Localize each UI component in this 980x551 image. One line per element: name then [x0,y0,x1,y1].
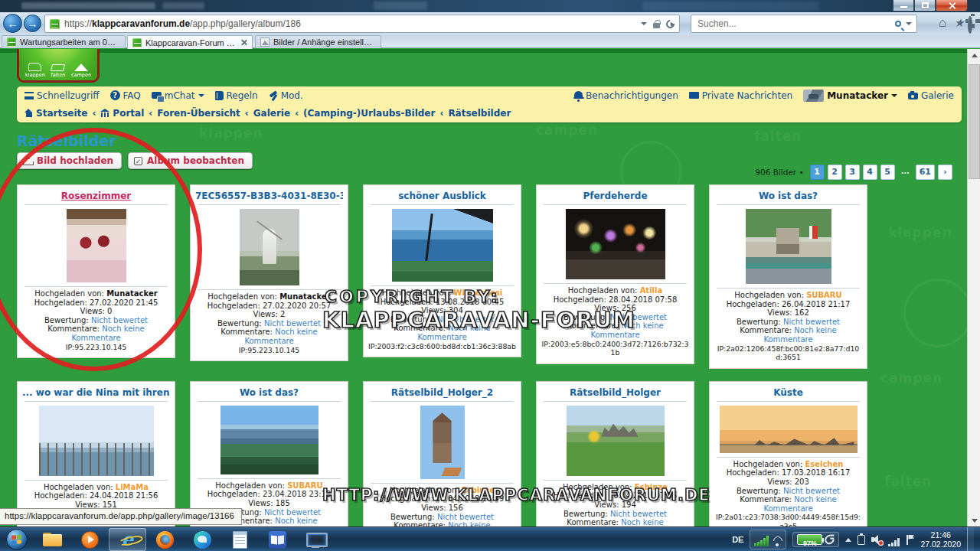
rating-link[interactable]: Nicht bewertet [264,508,321,517]
mod-link[interactable]: Mod. [269,90,303,101]
tab-wartungsarbeiten[interactable]: Wartungsarbeiten am 09.03.20... [2,35,126,48]
rules-link[interactable]: Regeln [215,90,258,101]
image-title-link[interactable]: 7EC56557-B3B3-4031-8E30-3EDD20 [195,191,343,201]
forward-button[interactable]: → [24,15,41,32]
breadcrumb-startseite[interactable]: Startseite [24,108,87,119]
page-5[interactable]: 5 [880,165,895,180]
search-input[interactable] [696,18,895,30]
image-thumbnail[interactable] [39,406,154,476]
image-thumbnail[interactable] [392,209,493,282]
network-activity-group[interactable] [750,530,786,549]
breadcrumb-urlaubs-bilder[interactable]: (Camping-)Urlaubs-Bilder [303,108,435,119]
maximize-button[interactable] [914,0,936,11]
refresh-icon[interactable] [665,18,676,29]
page-61[interactable]: 61 [916,165,935,180]
close-button[interactable] [936,0,968,11]
image-title-link[interactable]: Rätselbild_Holger_2 [368,387,516,398]
home-icon[interactable] [939,16,946,30]
image-thumbnail[interactable] [220,406,318,474]
rating-link[interactable]: Nicht bewertet [264,319,321,328]
speaker-muted-icon[interactable] [871,535,882,544]
image-thumbnail[interactable] [746,209,831,284]
uploader-link[interactable]: Atilla [640,286,663,295]
uploader-link[interactable]: SUBARU [287,481,323,490]
upload-image-button[interactable]: Bild hochladen [17,152,122,169]
tab-close-icon[interactable] [240,39,247,46]
quick-links-menu[interactable]: Schnellzugriff [24,90,100,101]
breadcrumb-galerie[interactable]: Galerie [253,108,290,119]
language-indicator[interactable]: DE [732,535,743,544]
image-title-link[interactable]: Rosenzimmer [22,191,170,201]
next-page-button[interactable]: › [938,165,952,180]
back-button[interactable]: ← [3,14,22,33]
uploader-link[interactable]: Munatacker [106,289,158,298]
watch-album-button[interactable]: Album beobachten [128,152,253,169]
taskbar-explorer-button[interactable] [34,528,71,551]
minimize-button[interactable] [893,0,914,11]
settings-gear-icon[interactable] [968,16,972,34]
image-title-link[interactable]: Rätselbild_Holger [541,387,689,398]
rating-link[interactable]: Nicht bewertet [91,316,148,324]
scroll-up-arrow[interactable] [968,49,980,61]
taskbar-clock[interactable]: 21:46 27.02.2020 [920,530,961,549]
rating-link[interactable]: Nicht bewertet [783,318,840,326]
search-dropdown-icon[interactable] [906,22,912,25]
page-3[interactable]: 3 [845,165,860,180]
uploader-link[interactable]: Munatacker [279,292,331,301]
search-icon[interactable] [895,21,901,27]
network-signal-icon[interactable] [888,533,900,546]
uploader-link[interactable]: SUBARU [806,291,842,299]
image-title-link[interactable]: Pferdeherde [541,191,689,201]
start-button[interactable] [6,529,28,550]
page-1[interactable]: 1 [810,165,825,180]
taskbar-mediaplayer-button[interactable] [71,528,109,551]
page-4[interactable]: 4 [863,165,877,180]
breadcrumb-portal[interactable]: Portal [100,108,144,119]
image-thumbnail[interactable] [67,209,126,282]
scrollbar[interactable] [967,49,980,527]
uploader-link[interactable]: LiMaMa [116,483,149,491]
uploader-link[interactable]: Eselchen [805,460,843,468]
address-bar[interactable]: https://klappcaravanforum.de/app.php/gal… [44,15,680,33]
forum-logo[interactable]: klappen falten campen [17,49,100,83]
taskbar-notepad-button[interactable] [221,528,259,551]
image-title-link[interactable]: Wo ist das? [714,191,862,201]
battery-group[interactable]: 97% [792,532,839,547]
tab-bilder-anhaenge[interactable]: Bilder / Anhänge einstellen ins ... [255,35,381,48]
clipboard-tray-icon[interactable] [858,535,865,545]
image-title-link[interactable]: schöner Ausblick [368,191,516,201]
scrollbar-thumb[interactable] [969,64,980,179]
image-title-link[interactable]: Wo ist das? [195,387,343,398]
image-title-link[interactable]: ... wo war die Nina mit ihren Lieben [22,387,170,398]
image-thumbnail[interactable] [566,209,665,279]
image-thumbnail[interactable] [240,209,299,285]
taskbar-edge-button[interactable] [184,528,221,551]
taskbar-firefox-button[interactable] [146,528,184,551]
mchat-menu[interactable]: mChat [152,90,204,101]
breadcrumb-foren-uebersicht[interactable]: Foren-Übersicht [157,108,240,119]
notifications-link[interactable]: Benachrichtigungen [574,90,678,101]
taskbar-internet-explorer-button[interactable]: e [109,528,146,551]
page-2[interactable]: 2 [828,165,842,180]
taskbar-computer-button[interactable] [296,528,334,551]
scroll-down-arrow[interactable] [968,514,980,527]
user-menu[interactable]: Munatacker [803,90,897,102]
url-text[interactable]: https://klappcaravanforum.de/app.php/gal… [64,18,638,29]
rating-link[interactable]: Nicht bewertet [783,487,840,495]
hidden-icons-arrow[interactable] [845,538,851,542]
show-desktop-button[interactable] [967,527,974,551]
favorites-star-icon[interactable] [954,16,964,30]
taskbar-blue-book-app-button[interactable] [259,528,296,551]
url-dropdown-icon[interactable] [641,22,647,25]
gallery-link[interactable]: Galerie [908,90,954,101]
search-box[interactable] [691,15,917,33]
image-thumbnail[interactable] [420,406,465,479]
rating-link[interactable]: Nicht bewertet [437,513,494,521]
image-thumbnail[interactable] [720,406,858,453]
image-title-link[interactable]: Küste [714,387,862,398]
action-center-flag-icon[interactable] [906,535,914,545]
rating-link[interactable]: Nicht bewertet [610,510,667,518]
image-thumbnail[interactable] [567,406,665,476]
faq-link[interactable]: FAQ [110,90,141,101]
private-messages-link[interactable]: Private Nachrichten [689,90,792,101]
